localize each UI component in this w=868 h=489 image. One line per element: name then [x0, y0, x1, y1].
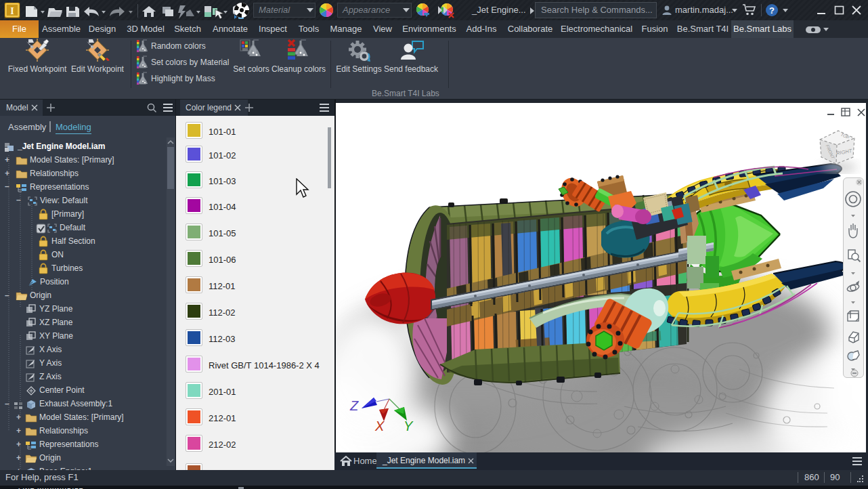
svg-text:Y Axis: Y Axis — [39, 358, 62, 368]
svg-text:Send feedback: Send feedback — [384, 64, 439, 74]
svg-text:Exhaust Assembly:1: Exhaust Assembly:1 — [39, 399, 112, 408]
svg-text:_Jet Engine Model.iam: _Jet Engine Model.iam — [17, 142, 105, 151]
svg-text:Turbines: Turbines — [51, 263, 83, 273]
svg-text:Set colors by Material: Set colors by Material — [151, 58, 229, 67]
svg-text:Origin: Origin — [30, 291, 51, 300]
svg-text:Random colors: Random colors — [151, 41, 206, 51]
svg-text:View: Default: View: Default — [40, 196, 88, 205]
svg-text:+: + — [16, 412, 21, 422]
svg-text:XY Plane: XY Plane — [39, 331, 73, 341]
svg-text:–: – — [16, 195, 21, 205]
svg-text:Z: Z — [349, 398, 359, 413]
svg-text:+: + — [16, 453, 21, 463]
svg-text:Representations: Representations — [30, 182, 89, 192]
svg-text:I: I — [10, 6, 14, 16]
svg-text:+: + — [5, 155, 9, 165]
svg-text:Relationships: Relationships — [39, 426, 88, 435]
svg-text:Edit Settings: Edit Settings — [336, 64, 381, 74]
svg-text:Model States: [Primary]: Model States: [Primary] — [30, 155, 114, 165]
svg-text:Edit Workpoint: Edit Workpoint — [71, 64, 124, 74]
svg-text:Relationships: Relationships — [30, 169, 79, 178]
svg-text:[Primary]: [Primary] — [51, 209, 84, 219]
svg-text:–: – — [5, 399, 9, 408]
svg-text:–: – — [5, 291, 9, 300]
svg-text:Z Axis: Z Axis — [39, 372, 62, 381]
svg-text:–: – — [5, 182, 9, 191]
svg-text:Set colors: Set colors — [233, 64, 269, 74]
svg-text:Origin: Origin — [39, 453, 61, 463]
svg-text:Half Section: Half Section — [51, 236, 95, 246]
svg-text:Center Point: Center Point — [39, 385, 85, 395]
svg-text:YZ Plane: YZ Plane — [39, 304, 73, 314]
svg-text:+: + — [16, 426, 21, 435]
svg-text:+: + — [5, 169, 9, 178]
svg-text:+: + — [16, 440, 21, 449]
svg-text:Cleanup colors: Cleanup colors — [272, 64, 326, 74]
svg-text:Default: Default — [60, 223, 86, 232]
svg-text:X: X — [374, 419, 385, 431]
svg-text:XZ Plane: XZ Plane — [39, 318, 73, 327]
svg-text:Highlight by Mass: Highlight by Mass — [151, 74, 215, 83]
svg-text:X Axis: X Axis — [39, 345, 62, 354]
svg-text:Y: Y — [404, 419, 414, 431]
svg-text:?: ? — [769, 5, 775, 16]
svg-text:Model States: [Primary]: Model States: [Primary] — [39, 412, 124, 422]
svg-text:ON: ON — [51, 250, 64, 259]
svg-text:Position: Position — [40, 277, 69, 286]
svg-text:Representations: Representations — [39, 440, 98, 449]
svg-text:Fixed Workpoint: Fixed Workpoint — [8, 64, 67, 74]
